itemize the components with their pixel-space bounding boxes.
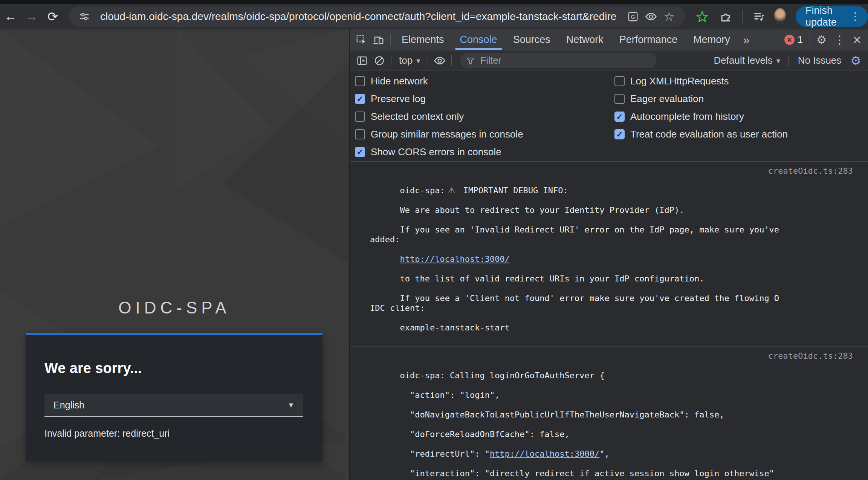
toolbar-divider (742, 10, 743, 23)
checkbox-unchecked[interactable] (355, 112, 365, 122)
site-settings-icon[interactable] (75, 8, 93, 26)
brand-title: OIDC-SPA (0, 298, 349, 317)
error-badge-x-icon: × (784, 35, 795, 45)
translate-icon[interactable]: G (624, 8, 642, 26)
localhost-link[interactable]: http://localhost:3000/ (400, 254, 509, 264)
localhost-link[interactable]: http://localhost:3000/ (490, 449, 599, 459)
devtools-menu-kebab-icon[interactable]: ⋮ (830, 33, 849, 46)
checkbox-checked[interactable] (355, 94, 365, 104)
svg-text:G: G (631, 13, 635, 20)
error-message: Invalid parameter: redirect_uri (44, 428, 170, 439)
window-top-edge (0, 0, 868, 4)
browser-toolbar: ← → ⟳ cloud-iam.oidc-spa.dev/realms/oidc… (0, 4, 868, 29)
devtools-tab-bar: Elements Console Sources Network Perform… (350, 29, 868, 50)
divider (810, 34, 810, 46)
console-settings-gear-icon[interactable]: ⚙ (847, 54, 864, 68)
checkbox-checked[interactable] (614, 112, 625, 122)
tab-elements[interactable]: Elements (394, 29, 452, 50)
extensions-puzzle-icon[interactable] (717, 8, 735, 26)
console-message-debug-info: createOidc.ts:283 oidc-spa:⚠ IMPORTANT D… (350, 162, 868, 347)
context-label: top (399, 55, 413, 66)
site-page: OIDC-SPA We are sorry... English ▾ Inval… (0, 29, 349, 480)
finish-update-label: Finish update (805, 5, 843, 28)
address-bar[interactable]: cloud-iam.oidc-spa.dev/realms/oidc-spa/p… (69, 6, 685, 27)
clear-console-icon[interactable] (371, 52, 388, 69)
filter-funnel-icon (466, 56, 475, 66)
checkbox-unchecked[interactable] (614, 76, 625, 86)
chevron-down-icon: ▾ (776, 56, 780, 65)
device-toolbar-icon[interactable] (370, 31, 387, 49)
extension-star-icon[interactable] (693, 8, 711, 26)
error-count-badge[interactable]: × 1 (781, 34, 807, 45)
bookmark-star-icon[interactable]: ☆ (660, 8, 678, 26)
back-icon[interactable]: ← (0, 6, 21, 27)
context-selector[interactable]: top ▾ (394, 55, 425, 66)
checkbox-checked[interactable] (355, 147, 365, 157)
console-toolbar: top ▾ Default levels ▾ No Issues ⚙ (350, 51, 868, 70)
checkbox-unchecked[interactable] (614, 94, 625, 104)
warning-icon: ⚠ (448, 186, 455, 195)
divider (451, 55, 452, 66)
devtools-panel: Elements Console Sources Network Perform… (349, 29, 868, 480)
setting-eager-evaluation[interactable]: Eager evaluation (614, 90, 788, 108)
console-settings-panel: Hide network Preserve log Selected conte… (350, 71, 868, 162)
filter-box[interactable] (460, 53, 656, 68)
divider (391, 55, 391, 66)
browser-menu-kebab-icon[interactable]: ⋮ (848, 11, 863, 22)
setting-log-xmlhttprequests[interactable]: Log XMLHttpRequests (614, 72, 788, 90)
chevron-down-icon: ▾ (416, 56, 420, 65)
setting-group-similar[interactable]: Group similar messages in console (355, 125, 523, 143)
tab-memory[interactable]: Memory (685, 29, 738, 50)
checkbox-unchecked[interactable] (355, 129, 365, 139)
issues-status[interactable]: No Issues (792, 55, 848, 66)
devtools-close-icon[interactable]: × (849, 33, 865, 47)
chevron-down-icon: ▾ (289, 400, 293, 410)
checkbox-checked[interactable] (614, 129, 625, 139)
setting-hide-network[interactable]: Hide network (355, 72, 523, 90)
live-expression-eye-icon[interactable] (431, 52, 448, 69)
tab-network[interactable]: Network (558, 29, 611, 50)
log-levels-label: Default levels (714, 55, 773, 66)
error-count: 1 (798, 34, 803, 45)
more-tabs-icon[interactable]: » (738, 34, 755, 46)
checkbox-unchecked[interactable] (355, 76, 365, 86)
preview-eye-icon[interactable] (642, 8, 660, 26)
profile-avatar[interactable] (773, 8, 787, 26)
setting-selected-context-only[interactable]: Selected context only (355, 108, 523, 125)
source-link[interactable]: createOidc.ts:283 (768, 166, 853, 176)
tab-performance[interactable]: Performance (611, 29, 686, 50)
finish-update-button[interactable]: Finish update ⋮ (796, 6, 868, 27)
source-link[interactable]: createOidc.ts:283 (768, 351, 853, 361)
devtools-settings-gear-icon[interactable]: ⚙ (813, 31, 830, 49)
forward-icon[interactable]: → (21, 6, 42, 27)
log-levels-selector[interactable]: Default levels ▾ (709, 55, 785, 66)
filter-input[interactable] (480, 55, 650, 66)
extensions-cluster: Finish update ⋮ (693, 6, 868, 27)
setting-autocomplete-history[interactable]: Autocomplete from history (614, 108, 788, 125)
divider (428, 55, 428, 66)
media-controls-icon[interactable] (750, 8, 768, 26)
console-log: createOidc.ts:283 oidc-spa:⚠ IMPORTANT D… (350, 162, 868, 480)
language-selected-value: English (53, 400, 289, 411)
tab-console[interactable]: Console (452, 29, 505, 50)
language-select[interactable]: English ▾ (44, 394, 303, 417)
reload-icon[interactable]: ⟳ (42, 6, 63, 27)
tab-sources[interactable]: Sources (505, 29, 558, 50)
card-title: We are sorry... (44, 360, 304, 376)
divider (390, 34, 391, 46)
setting-preserve-log[interactable]: Preserve log (355, 90, 523, 108)
console-message-login-call: createOidc.ts:283 oidc-spa: Calling logi… (350, 347, 868, 480)
error-card: We are sorry... English ▾ Invalid parame… (26, 333, 322, 461)
divider (789, 55, 789, 66)
url-text[interactable]: cloud-iam.oidc-spa.dev/realms/oidc-spa/p… (100, 11, 617, 23)
setting-treat-code-eval[interactable]: Treat code evaluation as user action (614, 125, 788, 143)
console-sidebar-icon[interactable] (353, 52, 371, 69)
setting-show-cors-errors[interactable]: Show CORS errors in console (355, 143, 523, 161)
inspect-element-icon[interactable] (353, 31, 370, 49)
